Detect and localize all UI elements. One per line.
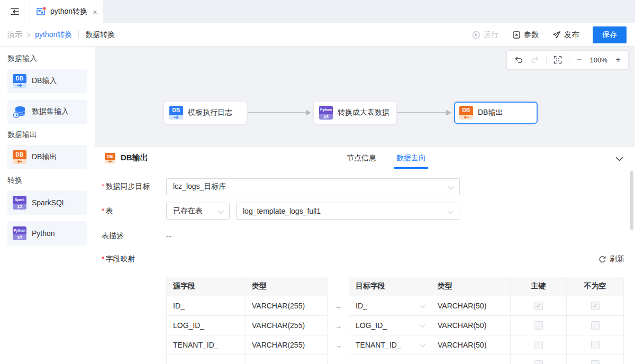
palette-item-db-input[interactable]: DB DB输入 [7, 69, 87, 93]
collapse-panel-button[interactable] [615, 154, 623, 163]
field-mapping-label: *字段映射 [102, 254, 135, 264]
node-db-output[interactable]: DB DB输出 [454, 102, 538, 124]
target-field-select[interactable]: LOG_ID_ [349, 316, 431, 335]
primary-key-cell [511, 355, 567, 364]
panel-form: *数据同步目标 lcz_logs_目标库 *表 已存在表 [95, 169, 635, 364]
not-null-checkbox[interactable] [591, 341, 600, 349]
node-template-exec-log[interactable]: DB 模板执行日志 [164, 102, 247, 124]
primary-key-checkbox[interactable] [534, 321, 543, 330]
not-null-cell [567, 355, 624, 364]
refresh-button[interactable]: 刷新 [598, 254, 624, 264]
collapse-panel-icon [10, 6, 20, 17]
palette-item-dataset-input[interactable]: 数据集输入 [7, 99, 87, 124]
tab-title: python转换 [50, 7, 87, 16]
breadcrumb-current[interactable]: python转换 [35, 30, 72, 40]
mapping-header-row: 源字段 类型 目标字段 类型 主键 不为空 [166, 277, 624, 296]
source-field-cell: TENANT_ID_ [166, 335, 246, 355]
action-buttons: 运行 参数 发布 保存 [472, 26, 627, 43]
node-label: 转换成大表数据 [338, 108, 389, 117]
panel-tabs: 节点信息 数据去向 [347, 147, 426, 169]
chevron-down-icon [448, 184, 453, 189]
tab-bar: python转换 × [0, 0, 635, 23]
col-source-field: 源字段 [166, 277, 246, 296]
save-button[interactable]: 保存 [593, 26, 627, 43]
node-palette-sidebar: 数据输入 DB DB输入 数据集输入 [0, 47, 95, 364]
breadcrumb-bar: 演示 > python转换 数据转换 运行 参数 [0, 23, 635, 47]
chevron-down-icon [419, 302, 425, 308]
tab-bar-empty-area [103, 0, 635, 23]
publish-button[interactable]: 发布 [552, 30, 579, 40]
sync-target-select[interactable]: lcz_logs_目标库 [166, 178, 460, 195]
table-label: *表 [102, 206, 166, 216]
breadcrumb-divider [78, 31, 79, 39]
python-transform-icon: Python [13, 226, 26, 240]
not-null-checkbox[interactable]: ✓ [591, 302, 600, 310]
source-type-cell: VARCHAR(255) [246, 316, 328, 335]
chevron-down-icon [447, 208, 453, 214]
flow-diagram-icon [37, 7, 46, 16]
chevron-down-icon [217, 208, 223, 214]
canvas-zoom-toolbar: − 100% + [506, 50, 629, 69]
palette-item-python[interactable]: Python Python [7, 221, 87, 245]
sync-target-label: *数据同步目标 [102, 182, 166, 192]
panel-scrollbar-thumb[interactable] [630, 171, 633, 230]
palette-item-sparksql[interactable]: Spark SparkSQL [7, 190, 87, 215]
node-python-transform[interactable]: Python 转换成大表数据 [314, 102, 396, 124]
variable-doc-icon [512, 31, 521, 39]
zoom-level: 100% [588, 56, 609, 64]
col-source-type: 类型 [246, 277, 328, 296]
not-null-checkbox[interactable] [591, 321, 600, 330]
flow-canvas[interactable]: DB 模板执行日志 Python 转换成大表数据 DB [95, 47, 635, 147]
target-field-select[interactable] [349, 355, 431, 364]
mapping-row: ID_ VARCHAR(255) → ID_ VARCHAR(50) ✓ ✓ [166, 296, 624, 316]
arrow-right-icon: → [328, 296, 349, 316]
undo-button[interactable] [514, 56, 523, 64]
run-button[interactable]: 运行 [472, 30, 498, 40]
db-output-icon: DB [13, 150, 26, 164]
source-type-cell [246, 355, 328, 364]
col-not-null: 不为空 [567, 277, 624, 296]
tab-data-destination[interactable]: 数据去向 [396, 147, 426, 169]
primary-key-cell [511, 335, 567, 355]
target-type-cell: VARCHAR(50) [431, 296, 511, 316]
table-desc-value: -- [166, 232, 171, 240]
close-icon[interactable]: × [93, 7, 97, 16]
source-field-cell: ID_ [166, 296, 246, 316]
section-data-input: 数据输入 [7, 54, 87, 63]
chevron-down-icon [419, 341, 425, 347]
not-null-cell [567, 335, 624, 355]
fit-view-button[interactable] [554, 56, 562, 64]
app-window: python转换 × 演示 > python转换 数据转换 运行 参数 [0, 0, 635, 364]
chevron-down-icon [419, 322, 425, 327]
target-type-cell: VARCHAR(50) [431, 335, 511, 355]
palette-item-db-output[interactable]: DB DB输出 [7, 145, 87, 169]
primary-key-checkbox[interactable]: ✓ [534, 302, 543, 310]
breadcrumb-root[interactable]: 演示 [7, 30, 22, 40]
source-field-cell: LOG_ID_ [166, 316, 246, 335]
zoom-out-button[interactable]: − [576, 54, 582, 65]
tab-node-info[interactable]: 节点信息 [347, 147, 376, 169]
not-null-checkbox[interactable] [591, 360, 600, 364]
primary-key-cell [511, 316, 567, 335]
page-title: 数据转换 [85, 30, 115, 40]
node-label: 模板执行日志 [188, 108, 232, 117]
toolbar-divider [546, 56, 547, 64]
db-input-icon: DB [13, 74, 26, 88]
toolbar-divider [569, 56, 569, 64]
content-area: 数据输入 DB DB输入 数据集输入 [0, 47, 635, 364]
params-button[interactable]: 参数 [512, 30, 539, 40]
collapse-sidebar-button[interactable] [0, 0, 30, 23]
zoom-in-button[interactable]: + [615, 54, 621, 65]
panel-title: DB输出 [121, 153, 148, 163]
primary-key-checkbox[interactable] [534, 360, 543, 364]
target-field-select[interactable]: ID_ [349, 296, 431, 316]
table-name-select[interactable]: log_template_logs_full1 [236, 203, 459, 220]
tab-python-transform[interactable]: python转换 × [30, 0, 103, 23]
col-target-field: 目标字段 [349, 277, 431, 296]
table-mode-select[interactable]: 已存在表 [166, 203, 230, 220]
redo-button[interactable] [530, 56, 539, 64]
target-field-select[interactable]: TENANT_ID_ [349, 335, 431, 355]
mapping-row: LOG_ID_ VARCHAR(255) → LOG_ID_ VARCHAR(5… [166, 316, 624, 335]
primary-key-checkbox[interactable] [534, 341, 543, 349]
db-input-icon: DB [169, 106, 183, 120]
